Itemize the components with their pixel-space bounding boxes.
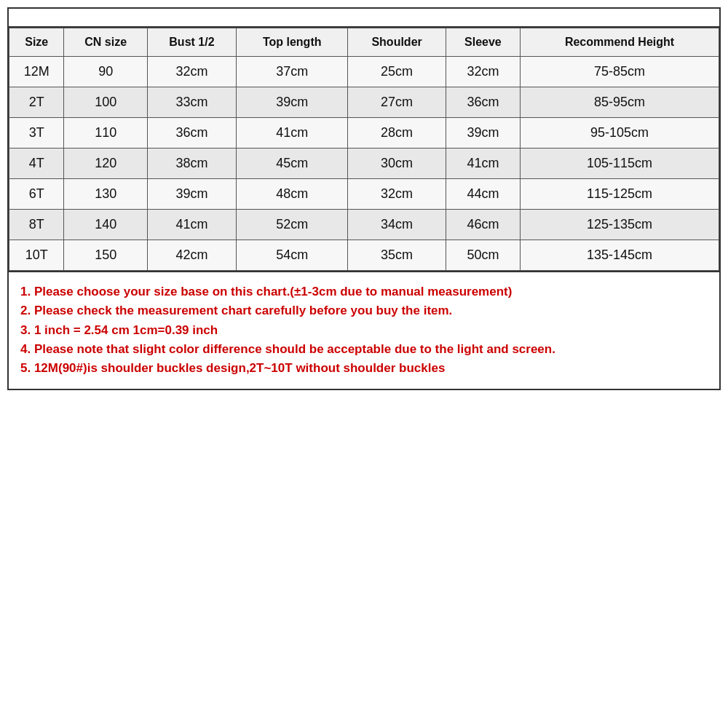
cell-2-3: 41cm [236,118,348,149]
cell-5-4: 34cm [348,210,446,240]
cell-5-6: 125-135cm [521,210,719,240]
note-line-1: 1. Please choose your size base on this … [20,282,708,301]
cell-3-6: 105-115cm [521,149,719,179]
cell-1-1: 100 [64,87,147,118]
cell-2-0: 3T [9,118,64,149]
cell-3-4: 30cm [348,149,446,179]
cell-4-3: 48cm [236,179,348,210]
cell-6-1: 150 [64,240,147,271]
cell-0-4: 25cm [348,57,446,87]
size-table: SizeCN sizeBust 1/2Top lengthShoulderSle… [9,28,719,271]
header-cell-0: Size [9,28,64,57]
cell-3-1: 120 [64,149,147,179]
cell-0-3: 37cm [236,57,348,87]
cell-0-0: 12M [9,57,64,87]
cell-5-5: 46cm [446,210,520,240]
cell-4-6: 115-125cm [521,179,719,210]
cell-6-3: 54cm [236,240,348,271]
cell-2-5: 39cm [446,118,520,149]
cell-4-5: 44cm [446,179,520,210]
cell-6-5: 50cm [446,240,520,271]
cell-1-0: 2T [9,87,64,118]
table-row: 10T15042cm54cm35cm50cm135-145cm [9,240,719,271]
cell-4-2: 39cm [147,179,236,210]
note-line-4: 4. Please note that slight color differe… [20,340,708,359]
cell-4-1: 130 [64,179,147,210]
table-row: 4T12038cm45cm30cm41cm105-115cm [9,149,719,179]
note-line-5: 5. 12M(90#)is shoulder buckles design,2T… [20,359,708,378]
table-body: 12M9032cm37cm25cm32cm75-85cm2T10033cm39c… [9,57,719,271]
cell-4-4: 32cm [348,179,446,210]
table-row: 8T14041cm52cm34cm46cm125-135cm [9,210,719,240]
table-row: 12M9032cm37cm25cm32cm75-85cm [9,57,719,87]
size-table-wrapper: SizeCN sizeBust 1/2Top lengthShoulderSle… [7,26,721,272]
cell-1-3: 39cm [236,87,348,118]
cell-6-0: 10T [9,240,64,271]
cell-3-0: 4T [9,149,64,179]
header-cell-2: Bust 1/2 [147,28,236,57]
note-line-3: 3. 1 inch = 2.54 cm 1cm=0.39 inch [20,321,708,340]
cell-6-4: 35cm [348,240,446,271]
cell-2-2: 36cm [147,118,236,149]
notes-section: 1. Please choose your size base on this … [7,272,721,390]
table-row: 2T10033cm39cm27cm36cm85-95cm [9,87,719,118]
cell-2-6: 95-105cm [521,118,719,149]
cell-6-2: 42cm [147,240,236,271]
cell-0-2: 32cm [147,57,236,87]
cell-1-6: 85-95cm [521,87,719,118]
header-cell-4: Shoulder [348,28,446,57]
note-line-2: 2. Please check the measurement chart ca… [20,301,708,320]
cell-5-3: 52cm [236,210,348,240]
cell-5-1: 140 [64,210,147,240]
cell-5-2: 41cm [147,210,236,240]
cell-6-6: 135-145cm [521,240,719,271]
cell-5-0: 8T [9,210,64,240]
cell-3-3: 45cm [236,149,348,179]
title-section [7,7,721,26]
table-row: 6T13039cm48cm32cm44cm115-125cm [9,179,719,210]
header-cell-5: Sleeve [446,28,520,57]
cell-3-5: 41cm [446,149,520,179]
cell-2-4: 28cm [348,118,446,149]
cell-4-0: 6T [9,179,64,210]
cell-3-2: 38cm [147,149,236,179]
cell-0-6: 75-85cm [521,57,719,87]
cell-2-1: 110 [64,118,147,149]
page-container: SizeCN sizeBust 1/2Top lengthShoulderSle… [0,0,728,728]
cell-0-1: 90 [64,57,147,87]
cell-1-2: 33cm [147,87,236,118]
header-cell-1: CN size [64,28,147,57]
cell-1-5: 36cm [446,87,520,118]
header-row: SizeCN sizeBust 1/2Top lengthShoulderSle… [9,28,719,57]
header-cell-6: Recommend Height [521,28,719,57]
table-header: SizeCN sizeBust 1/2Top lengthShoulderSle… [9,28,719,57]
cell-1-4: 27cm [348,87,446,118]
header-cell-3: Top length [236,28,348,57]
cell-0-5: 32cm [446,57,520,87]
table-row: 3T11036cm41cm28cm39cm95-105cm [9,118,719,149]
